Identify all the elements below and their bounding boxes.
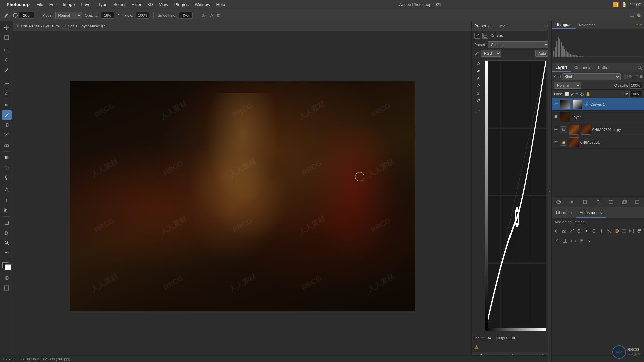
eyedropper-tool[interactable] [2,88,12,97]
adj-brightness-icon[interactable] [553,227,560,235]
adj-gradient-map-icon[interactable] [570,237,577,245]
brush-size-input[interactable]: 200 [19,12,34,19]
marquee-tool[interactable] [2,45,12,55]
hand-tool[interactable] [2,228,12,237]
dodge-tool[interactable] [2,173,12,182]
layer-vis-layer1[interactable]: 👁 [553,114,559,120]
auto-button[interactable]: Auto [535,50,549,57]
add-adjustment-btn[interactable] [594,198,602,206]
rectangle-tool[interactable] [2,218,12,227]
artboard-tool[interactable] [2,33,12,42]
menu-filter[interactable]: Filter [129,1,144,8]
link-layers-btn[interactable] [555,198,562,206]
layer-row-photo-copy[interactable]: 👁 fx 0N6A07301 copy [552,123,644,136]
lock-pixels-icon[interactable]: 🖌 [570,92,574,96]
adj-bw-icon[interactable] [606,227,612,235]
adj-photo-filter-icon[interactable] [613,227,620,235]
menu-type[interactable]: Type [95,1,110,8]
kind-shape-icon[interactable]: ◻ [636,74,639,79]
curves-smooth-icon[interactable] [475,109,481,115]
adj-invert-icon[interactable] [636,227,643,235]
props-expand-icon[interactable]: » [543,24,545,28]
adj-levels-icon[interactable] [561,227,568,235]
channels-tab[interactable]: Channels [571,64,595,72]
color-swatches[interactable] [2,262,12,271]
curves-graph[interactable] [485,60,546,331]
gradient-tool[interactable] [2,153,12,162]
curves-pencil-icon[interactable] [475,97,481,103]
curves-hand-icon[interactable] [475,90,481,96]
add-style-btn[interactable] [568,198,576,206]
extra-tools[interactable] [2,248,12,257]
text-tool[interactable]: T [2,195,12,205]
kind-select[interactable]: Kind [562,73,621,80]
menu-3d[interactable]: 3D [145,1,156,8]
navigator-tab[interactable]: Navigator [576,22,598,28]
healing-tool[interactable] [2,100,12,110]
lock-artboard-icon[interactable]: ⚓ [580,92,584,96]
kind-text-icon[interactable]: T [633,74,635,79]
info-tab[interactable]: Info [499,24,505,28]
flow-input[interactable] [136,12,149,19]
curves-white-point-icon[interactable] [475,68,481,74]
path-select-tool[interactable] [2,205,12,215]
magic-wand-tool[interactable] [2,65,12,75]
lock-move-icon[interactable]: ✛ [575,92,578,96]
curves-eyedropper-icon[interactable] [475,60,481,66]
preset-select[interactable]: Custom Default Linear Contrast Medium Co… [488,41,549,48]
screen-mode-btn[interactable] [2,283,12,293]
history-brush-tool[interactable] [2,130,12,140]
pen-tool[interactable] [2,185,12,195]
curves-gray-point-icon[interactable] [475,75,481,81]
libraries-tab[interactable]: Libraries [552,207,576,218]
document-tab[interactable]: ✕ 0N6A07301-1 @ 16.7% (Curves 1, Layer M… [13,21,471,31]
adjustments-tab[interactable]: Adjustments [576,207,606,218]
crop-tool[interactable] [2,78,12,87]
brush-tool[interactable] [2,110,12,120]
adj-color-balance-icon[interactable] [598,227,605,235]
menu-select[interactable]: Select [111,1,128,8]
layer-row-photo[interactable]: 👁 🔒 0N6A07301 [552,136,644,149]
fill-value-input[interactable] [629,91,642,97]
blend-mode-dropdown[interactable]: Normal Multiply Screen Overlay [554,82,581,89]
smoothing-input[interactable] [179,12,193,19]
lock-transparent-icon[interactable]: ⬜ [564,92,569,96]
layer-row-curves1[interactable]: 👁 🔗 Curves 1 [552,98,644,111]
zoom-tool[interactable] [2,238,12,247]
adj-posterize-icon[interactable] [553,237,561,245]
layers-tab[interactable]: Layers [552,63,571,72]
move-tool[interactable] [2,23,12,32]
opacity-input[interactable] [101,12,114,19]
create-layer-btn[interactable] [621,198,628,206]
curves-black-point-icon[interactable] [475,82,481,88]
menu-help[interactable]: Help [214,1,228,8]
kind-smart-icon[interactable]: ▣ [639,74,643,79]
add-mask-btn[interactable] [581,198,589,206]
eraser-tool[interactable] [2,140,12,150]
adj-exposure-icon[interactable] [576,227,583,235]
blend-mode-select[interactable]: Normal Multiply Screen [55,12,82,19]
layer-vis-curves1[interactable]: 👁 [553,102,559,107]
menu-plugins[interactable]: Plugins [172,1,192,8]
right-collapse-btn[interactable]: ‹ [548,21,552,362]
kind-adj-icon[interactable]: ⚙ [629,74,632,79]
adj-down-icon[interactable] [586,237,593,245]
adj-hue-sat-icon[interactable] [591,227,598,235]
canvas-wrapper[interactable]: RRCG 人人素材 RRCG 人人素材 RRCG 人人素材 RRCG 人人素材 … [13,31,471,362]
layer-vis-photo[interactable]: 👁 [553,140,559,145]
blur-tool[interactable] [2,163,12,172]
lasso-tool[interactable] [2,55,12,65]
lock-all-icon[interactable]: 🔒 [586,92,590,96]
menu-window[interactable]: Window [192,1,213,8]
quick-mask-tool[interactable] [2,273,12,283]
layers-search-icon[interactable] [637,65,642,70]
channel-select[interactable]: RGB Red Green Blue [481,50,501,57]
adj-threshold-icon[interactable] [561,237,569,245]
menu-image[interactable]: Image [60,1,77,8]
create-group-btn[interactable] [607,198,615,206]
menu-view[interactable]: View [156,1,171,8]
clone-stamp-tool[interactable] [2,120,12,130]
layer-vis-photocopy[interactable]: 👁 [553,127,559,132]
menu-edit[interactable]: Edit [47,1,59,8]
adj-selective-color-icon[interactable] [578,237,585,245]
